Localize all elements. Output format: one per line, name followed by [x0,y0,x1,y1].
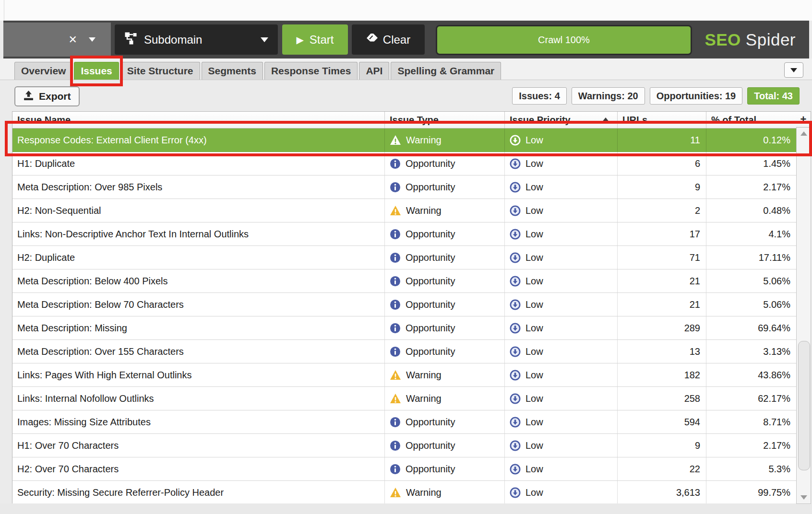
low-priority-icon [510,158,521,169]
issue-pct-cell: 69.64% [706,316,796,339]
issue-priority-label: Low [525,323,543,334]
issue-pct-cell: 5.3% [706,457,796,480]
issue-priority-cell: Low [504,481,617,504]
eraser-icon [366,33,378,47]
issue-urls-cell: 9 [617,175,706,199]
issue-pct-cell: 99.75% [706,481,796,504]
scroll-up-icon[interactable] [797,131,811,136]
badge-opportunities[interactable]: Opportunities: 19 [650,87,743,105]
issue-type-label: Warning [406,393,442,404]
issue-pct-cell: 3.13% [706,340,796,363]
issue-name-cell: Links: Internal Nofollow Outlinks [12,387,384,410]
badge-total[interactable]: Total: 43 [747,87,800,105]
issue-name-cell: Images: Missing Size Attributes [12,410,384,433]
low-priority-icon [510,135,521,146]
issue-type-cell: Opportunity [384,246,504,269]
tab-response-times[interactable]: Response Times [264,62,358,80]
add-column-button[interactable]: + [796,111,811,128]
issue-row-h1-over-70-characters[interactable]: H1: Over 70 Characters Opportunity Low92… [12,434,796,457]
column-header-issue-name[interactable]: Issue Name [12,112,384,128]
tab-overflow-button[interactable] [784,62,803,78]
opportunity-icon [390,346,401,357]
issue-pct-cell: 17.11% [706,246,796,269]
issue-row-meta-description-below-70-characters[interactable]: Meta Description: Below 70 Characters Op… [12,293,796,316]
warning-icon [390,487,401,498]
issue-name-cell: H2: Over 70 Characters [12,457,384,480]
issue-row-meta-description-over-155-characters[interactable]: Meta Description: Over 155 Characters Op… [12,340,796,363]
tab-spelling-grammar[interactable]: Spelling & Grammar [391,62,501,80]
issue-row-h2-non-sequential[interactable]: H2: Non-Sequential Warning Low20.48% [12,199,796,222]
issue-urls-cell: 17 [617,222,706,245]
issue-row-security-missing-secure-referrer-policy-[interactable]: Security: Missing Secure Referrer-Policy… [12,481,796,504]
issue-urls-cell: 11 [617,128,706,152]
issue-name-cell: H1: Over 70 Characters [12,434,384,457]
tab-site-structure[interactable]: Site Structure [120,62,200,80]
low-priority-icon [510,252,521,263]
seo-spider-window: { "top_toolbar": { "mode_button_label": … [0,0,812,514]
issue-pct-cell: 1.45% [706,152,796,175]
issue-priority-cell: Low [504,246,617,269]
tab-overview[interactable]: Overview [14,62,72,80]
issue-type-cell: Opportunity [384,293,504,316]
tab-api[interactable]: API [359,62,389,80]
issue-row-h2-over-70-characters[interactable]: H2: Over 70 Characters Opportunity Low22… [12,457,796,481]
issue-row-meta-description-over-985-pixels[interactable]: Meta Description: Over 985 Pixels Opport… [12,175,796,199]
close-icon[interactable]: ✕ [69,35,77,45]
chevron-down-icon[interactable] [89,37,96,42]
clear-button[interactable]: Clear [352,24,425,55]
issue-type-cell: Opportunity [384,222,504,245]
column-header-label: Issue Name [17,115,71,126]
scroll-down-icon[interactable] [797,495,811,500]
column-header-issue-type[interactable]: Issue Type [384,112,504,128]
issue-type-cell: Opportunity [384,175,504,199]
issue-name-cell: Meta Description: Missing [12,316,384,339]
warning-icon [390,135,401,145]
crawl-progress-label: Crawl 100% [538,35,590,46]
column-header-issue-priority[interactable]: Issue Priority [504,112,617,128]
issue-row-links-pages-with-high-external-outlinks[interactable]: Links: Pages With High External Outlinks… [12,363,796,387]
issue-row-links-non-descriptive-anchor-text-in-int[interactable]: Links: Non-Descriptive Anchor Text In In… [12,222,796,246]
issue-urls-cell: 71 [617,246,706,269]
play-icon: ▶ [296,35,303,45]
issue-type-label: Opportunity [406,158,455,169]
tab-segments[interactable]: Segments [202,62,263,80]
issue-priority-cell: Low [504,457,617,480]
badge-warnings[interactable]: Warnings: 20 [572,87,645,105]
column-header-label: URLs [622,115,647,126]
issue-type-cell: Opportunity [384,152,504,175]
issue-row-h1-duplicate[interactable]: H1: Duplicate Opportunity Low61.45% [12,152,796,175]
issue-pct-cell: 2.17% [706,175,796,199]
column-header-of-total[interactable]: % of Total [706,112,796,128]
opportunity-icon [390,182,401,193]
issue-type-label: Opportunity [406,417,455,428]
low-priority-icon [510,487,521,498]
issue-row-meta-description-missing[interactable]: Meta Description: Missing Opportunity Lo… [12,316,796,340]
issue-priority-cell: Low [504,269,617,292]
issue-type-label: Opportunity [406,323,455,334]
issue-type-label: Opportunity [406,182,455,193]
start-button[interactable]: ▶ Start [282,24,348,55]
crawl-mode-dropdown[interactable]: Subdomain [115,24,278,55]
issue-row-meta-description-below-400-pixels[interactable]: Meta Description: Below 400 Pixels Oppor… [12,269,796,293]
issue-priority-cell: Low [504,363,617,386]
issue-name-cell: Links: Non-Descriptive Anchor Text In In… [12,222,384,245]
issue-row-h2-duplicate[interactable]: H2: Duplicate Opportunity Low7117.11% [12,246,796,269]
export-button[interactable]: Export [14,86,80,106]
issue-row-links-internal-nofollow-outlinks[interactable]: Links: Internal Nofollow Outlinks Warnin… [12,387,796,410]
window-edge-line [4,0,4,21]
issue-row-images-missing-size-attributes[interactable]: Images: Missing Size Attributes Opportun… [12,410,796,434]
tab-bar: OverviewIssuesSite StructureSegmentsResp… [0,58,812,80]
issue-priority-label: Low [525,440,543,451]
tab-issues[interactable]: Issues [74,62,119,80]
issue-pct-cell: 0.12% [706,128,796,152]
tab-label: Overview [21,65,66,77]
scrollbar-thumb[interactable] [798,341,810,470]
export-upload-icon [23,90,34,103]
low-priority-icon [510,299,521,310]
issue-name-cell: Response Codes: External Client Error (4… [12,128,384,152]
column-header-urls[interactable]: URLs [617,112,706,128]
vertical-scrollbar[interactable] [796,128,811,504]
issue-type-cell: Opportunity [384,434,504,457]
badge-issues[interactable]: Issues: 4 [512,87,567,105]
issue-row-response-codes-external-client-error-4xx[interactable]: Response Codes: External Client Error (4… [12,128,796,152]
